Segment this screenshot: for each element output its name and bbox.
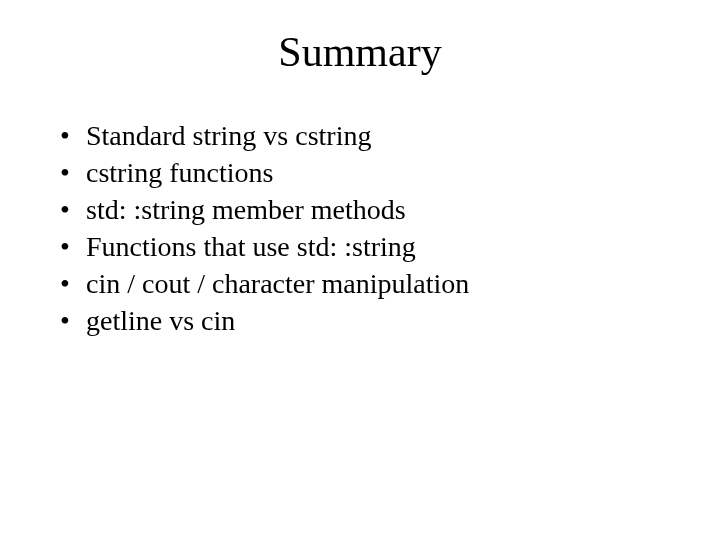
bullet-icon: •	[58, 118, 86, 153]
bullet-icon: •	[58, 192, 86, 227]
list-item-text: cstring functions	[86, 155, 670, 190]
list-item-text: getline vs cin	[86, 303, 670, 338]
list-item-text: Standard string vs cstring	[86, 118, 670, 153]
bullet-icon: •	[58, 155, 86, 190]
list-item: • std: :string member methods	[58, 192, 670, 227]
list-item: • Standard string vs cstring	[58, 118, 670, 153]
list-item-text: std: :string member methods	[86, 192, 670, 227]
list-item: • cstring functions	[58, 155, 670, 190]
list-item-text: Functions that use std: :string	[86, 229, 670, 264]
bullet-list: • Standard string vs cstring • cstring f…	[50, 118, 670, 338]
slide: Summary • Standard string vs cstring • c…	[0, 0, 720, 540]
list-item: • cin / cout / character manipulation	[58, 266, 670, 301]
bullet-icon: •	[58, 266, 86, 301]
list-item: • Functions that use std: :string	[58, 229, 670, 264]
bullet-icon: •	[58, 229, 86, 264]
list-item: • getline vs cin	[58, 303, 670, 338]
bullet-icon: •	[58, 303, 86, 338]
list-item-text: cin / cout / character manipulation	[86, 266, 670, 301]
slide-title: Summary	[50, 28, 670, 76]
